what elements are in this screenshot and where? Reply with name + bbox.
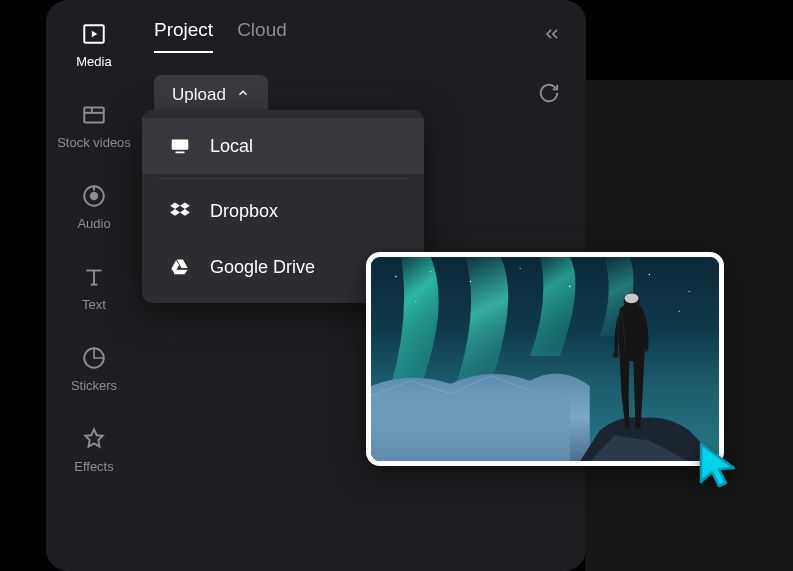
svg-point-5 (91, 193, 98, 200)
media-thumbnail[interactable] (366, 252, 724, 466)
text-icon (80, 263, 108, 291)
svg-point-18 (569, 286, 571, 288)
svg-point-21 (415, 301, 416, 302)
svg-point-17 (520, 268, 521, 269)
sidebar-item-label: Audio (77, 216, 110, 231)
svg-point-19 (649, 274, 650, 275)
dropdown-item-label: Google Drive (210, 257, 315, 278)
dropbox-icon (168, 199, 192, 223)
upload-button[interactable]: Upload (154, 75, 268, 115)
sidebar-item-label: Effects (74, 459, 114, 474)
sidebar-item-text[interactable]: Text (46, 259, 142, 316)
upload-option-local[interactable]: Local (142, 118, 424, 174)
computer-icon (168, 134, 192, 158)
stock-videos-icon (80, 101, 108, 129)
sidebar-item-stickers[interactable]: Stickers (46, 340, 142, 397)
svg-point-20 (689, 291, 690, 292)
chevron-up-icon (236, 85, 250, 105)
tab-cloud[interactable]: Cloud (237, 19, 287, 53)
upload-button-label: Upload (172, 85, 226, 105)
svg-point-16 (470, 281, 471, 282)
tabs: Project Cloud (154, 19, 287, 53)
cursor-icon (696, 440, 746, 498)
sidebar-item-media[interactable]: Media (46, 16, 142, 73)
tool-sidebar: Media Stock videos Audio (46, 0, 142, 571)
dropdown-item-label: Dropbox (210, 201, 278, 222)
google-drive-icon (168, 255, 192, 279)
collapse-panel-button[interactable] (536, 18, 568, 54)
svg-rect-12 (175, 152, 184, 154)
sidebar-item-effects[interactable]: Effects (46, 421, 142, 478)
effects-icon (80, 425, 108, 453)
tab-project[interactable]: Project (154, 19, 213, 53)
dropdown-item-label: Local (210, 136, 253, 157)
svg-point-15 (430, 271, 431, 272)
svg-point-25 (613, 352, 619, 358)
svg-point-24 (625, 293, 639, 303)
refresh-button[interactable] (530, 74, 568, 116)
sidebar-item-label: Text (82, 297, 106, 312)
svg-point-22 (679, 311, 680, 312)
svg-point-14 (395, 276, 397, 278)
audio-icon (80, 182, 108, 210)
svg-rect-11 (172, 140, 189, 150)
sidebar-item-audio[interactable]: Audio (46, 178, 142, 235)
sidebar-item-label: Stock videos (57, 135, 131, 150)
tab-row: Project Cloud (154, 18, 568, 54)
sidebar-item-label: Media (76, 54, 111, 69)
stickers-icon (80, 344, 108, 372)
sidebar-item-label: Stickers (71, 378, 117, 393)
svg-rect-1 (84, 107, 104, 122)
divider (158, 178, 408, 179)
upload-option-dropbox[interactable]: Dropbox (142, 183, 424, 239)
media-icon (80, 20, 108, 48)
sidebar-item-stock-videos[interactable]: Stock videos (46, 97, 142, 154)
